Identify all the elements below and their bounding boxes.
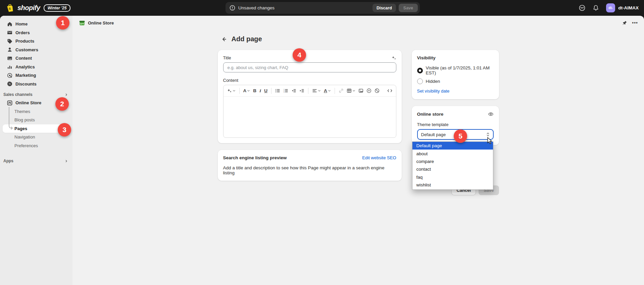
- products-tag-icon: [7, 39, 12, 44]
- title-content-card: Title Content: [218, 50, 402, 143]
- orders-icon: [7, 30, 12, 35]
- image-icon[interactable]: [358, 88, 363, 93]
- pin-icon[interactable]: [622, 20, 627, 25]
- toolbar-divider: [308, 88, 308, 94]
- bold-icon[interactable]: B: [253, 88, 256, 93]
- more-actions-icon[interactable]: •••: [632, 20, 638, 25]
- bullet-list-icon[interactable]: [275, 88, 280, 93]
- sidebar-item-label: Products: [15, 39, 34, 44]
- content-header: Online Store •••: [72, 16, 644, 30]
- content-editor-area[interactable]: [224, 97, 396, 137]
- align-icon[interactable]: [312, 88, 321, 93]
- underline-icon[interactable]: U: [264, 88, 267, 93]
- italic-icon[interactable]: I: [259, 88, 261, 94]
- seo-card-title: Search engine listing preview: [223, 155, 287, 160]
- sidebar-item-customers[interactable]: Customers: [0, 46, 72, 54]
- sidebar-item-marketing[interactable]: Marketing: [0, 71, 72, 80]
- link-icon[interactable]: [339, 88, 344, 93]
- shopify-logo[interactable]: S shopify: [5, 3, 40, 12]
- unsaved-changes-text: Unsaved changes: [238, 5, 275, 10]
- sidebar-item-label: Discounts: [15, 81, 37, 87]
- select-caret-icon: [486, 132, 490, 137]
- title-input[interactable]: [223, 62, 396, 72]
- sidebar-item-preferences[interactable]: Preferences: [0, 141, 72, 150]
- theme-template-label: Theme template: [417, 122, 494, 127]
- breadcrumb-label: Online Store: [88, 20, 114, 25]
- theme-template-dropdown: Default page about compare contact faq w…: [412, 141, 493, 190]
- set-visibility-date-link[interactable]: Set visibility date: [417, 89, 450, 94]
- sidebar-item-label: Analytics: [15, 64, 35, 69]
- table-icon[interactable]: [347, 88, 355, 93]
- visibility-option-hidden[interactable]: Hidden: [417, 78, 494, 84]
- app-surface: Home Orders Products Customers Content A…: [0, 16, 644, 285]
- dropdown-option-wishlist[interactable]: wishlist: [412, 181, 493, 189]
- numbered-list-icon[interactable]: 123: [283, 88, 288, 93]
- code-view-icon[interactable]: [387, 88, 393, 93]
- magic-sparkle-icon[interactable]: [391, 55, 396, 60]
- annotation-badge-5: 5: [454, 129, 467, 143]
- customers-icon: [7, 47, 12, 52]
- sidebar-item-products[interactable]: Products: [0, 37, 72, 46]
- svg-text:S: S: [9, 7, 11, 10]
- visibility-card-title: Visibility: [417, 55, 494, 60]
- rich-text-editor: A B I U 123: [223, 85, 396, 138]
- discard-button[interactable]: Discard: [373, 4, 396, 12]
- annotation-badge-2: 2: [55, 97, 69, 111]
- visibility-option-visible[interactable]: Visible (as of 1/7/2025, 1:01 AM EST): [417, 65, 494, 75]
- sidebar-item-blog-posts[interactable]: Blog posts: [0, 116, 72, 124]
- chevron-down-icon: [233, 89, 236, 92]
- sidebar-item-discounts[interactable]: Discounts: [0, 80, 72, 89]
- analytics-icon: [7, 64, 12, 69]
- visibility-visible-label: Visible (as of 1/7/2025, 1:01 AM EST): [426, 65, 494, 75]
- breadcrumb[interactable]: Online Store: [79, 20, 114, 26]
- sidebar-item-orders[interactable]: Orders: [0, 28, 72, 37]
- clear-formatting-icon[interactable]: [375, 88, 380, 93]
- dropdown-option-about[interactable]: about: [412, 150, 493, 157]
- chevron-down-icon: [352, 89, 355, 92]
- left-column: Title Content: [218, 50, 402, 181]
- save-button-top[interactable]: Save: [399, 4, 418, 12]
- visibility-hidden-label: Hidden: [426, 79, 440, 84]
- online-store-icon: [7, 100, 12, 106]
- chevron-down-icon: [318, 89, 321, 92]
- add-page-form: Add page Title Content: [218, 35, 499, 181]
- preview-eye-icon[interactable]: [488, 111, 494, 117]
- seo-description: Add a title and description to see how t…: [223, 165, 396, 175]
- radio-selected[interactable]: [417, 68, 423, 73]
- notifications-bell-icon[interactable]: [592, 4, 599, 11]
- user-avatar: dt-: [606, 3, 615, 12]
- alert-icon: [230, 5, 235, 11]
- text-style-icon[interactable]: A: [243, 88, 250, 93]
- dropdown-option-default-page[interactable]: Default page: [412, 142, 493, 150]
- sidebar-item-analytics[interactable]: Analytics: [0, 63, 72, 71]
- theme-template-selected-value: Default page: [421, 132, 446, 137]
- sidebar-item-label: Marketing: [15, 73, 36, 78]
- toolbar-divider: [335, 88, 335, 94]
- outdent-icon[interactable]: [291, 88, 296, 93]
- dropdown-option-contact[interactable]: contact: [412, 165, 493, 173]
- content-field-label: Content: [223, 78, 396, 83]
- topbar-right: dt- dt-AIMAX: [579, 0, 639, 16]
- marketing-icon: [7, 73, 12, 78]
- indent-icon[interactable]: [299, 88, 304, 93]
- dropdown-option-faq[interactable]: faq: [412, 173, 493, 181]
- back-arrow-icon[interactable]: [220, 36, 227, 43]
- dropdown-option-compare[interactable]: compare: [412, 158, 493, 165]
- sidebar-item-content[interactable]: Content: [0, 54, 72, 63]
- seo-card: Search engine listing preview Edit websi…: [218, 150, 402, 181]
- annotation-badge-4: 4: [293, 48, 306, 62]
- topbar: S shopify Winter '25 Unsaved changes Dis…: [0, 0, 644, 16]
- apps-header[interactable]: Apps: [0, 157, 72, 165]
- content-icon: [7, 56, 12, 61]
- edition-badge[interactable]: Winter '25: [44, 4, 71, 12]
- magic-write-icon[interactable]: [227, 88, 236, 93]
- radio-unselected[interactable]: [417, 78, 423, 84]
- visibility-card: Visibility Visible (as of 1/7/2025, 1:01…: [412, 50, 499, 99]
- user-menu[interactable]: dt- dt-AIMAX: [606, 3, 639, 12]
- video-icon[interactable]: [366, 88, 371, 93]
- chevron-down-icon: [247, 89, 250, 92]
- sidebar-item-label: Content: [15, 56, 32, 61]
- sidekick-icon[interactable]: [579, 4, 586, 11]
- edit-website-seo-link[interactable]: Edit website SEO: [362, 155, 396, 160]
- text-color-icon[interactable]: A: [324, 88, 331, 93]
